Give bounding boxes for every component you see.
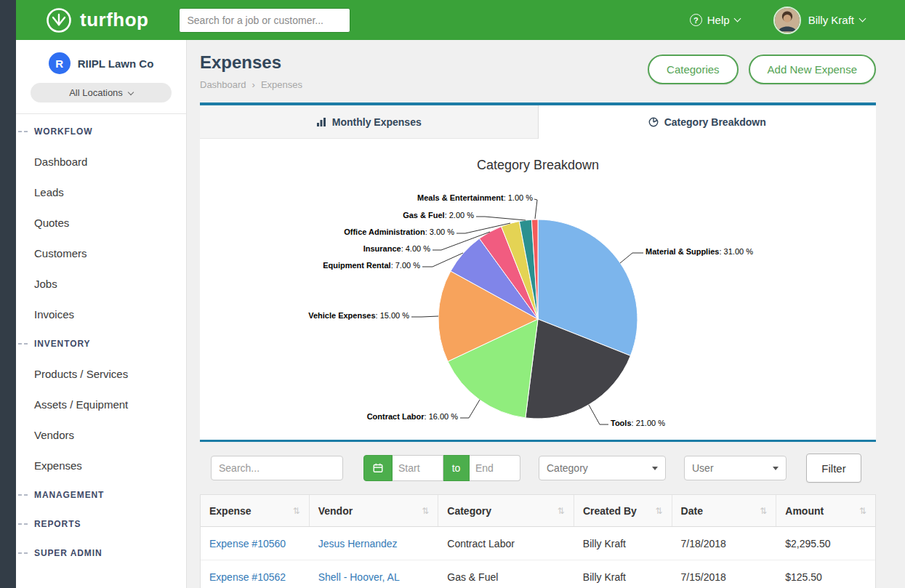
turfhop-logo[interactable]: turfhop xyxy=(45,7,148,34)
company-header[interactable]: R RIIPL Lawn Co xyxy=(16,40,186,83)
category-cell: Contract Labor xyxy=(438,527,574,560)
user-select-value: User xyxy=(692,462,714,474)
pie-label-value: : 3.00 % xyxy=(425,227,454,236)
bar-chart-icon xyxy=(316,117,326,127)
date-end-input[interactable] xyxy=(470,455,520,481)
main-content: Expenses Dashboard › Expenses Categories… xyxy=(187,40,905,588)
sidebar-item-leads[interactable]: Leads xyxy=(16,177,186,207)
sidebar-section-inventory[interactable]: INVENTORY xyxy=(16,329,186,358)
sort-icon[interactable]: ⇅ xyxy=(760,506,767,516)
help-menu[interactable]: ? Help xyxy=(690,14,740,26)
tab-label: Monthly Expenses xyxy=(332,116,422,128)
section-dash-icon xyxy=(18,494,30,496)
pie-chart-icon xyxy=(648,117,659,127)
pie-label-name: Tools xyxy=(611,419,632,427)
location-selector[interactable]: All Locations xyxy=(31,83,172,102)
sidebar-nav: WORKFLOW Dashboard Leads Quotes Customer… xyxy=(16,114,186,568)
vendor-link[interactable]: Jesus Hernandez xyxy=(318,538,398,549)
sidebar-section-management[interactable]: MANAGEMENT xyxy=(16,480,186,510)
pie-label-contract-labor: Contract Labor: 16.00 % xyxy=(367,412,458,421)
amount-cell: $2,295.50 xyxy=(776,527,875,560)
breadcrumb: Dashboard › Expenses xyxy=(200,79,302,90)
sort-icon[interactable]: ⇅ xyxy=(859,506,866,516)
column-header-amount[interactable]: Amount⇅ xyxy=(776,495,875,526)
sidebar-item-dashboard[interactable]: Dashboard xyxy=(16,146,186,177)
sidebar-item-products-services[interactable]: Products / Services xyxy=(16,358,186,389)
column-label: Date xyxy=(681,505,703,517)
sidebar-section-workflow[interactable]: WORKFLOW xyxy=(16,117,186,146)
expense-link[interactable]: Expense #10560 xyxy=(209,538,286,549)
user-avatar[interactable] xyxy=(773,7,801,34)
table-row: Expense #10562 Shell - Hoover, AL Gas & … xyxy=(201,560,875,588)
help-icon: ? xyxy=(690,14,702,26)
pie-label-vehicle-expenses: Vehicle Expenses: 15.00 % xyxy=(308,311,409,320)
category-select[interactable]: Category xyxy=(539,456,666,480)
expenses-table: Expense⇅ Vendor⇅ Category⇅ Created By⇅ D… xyxy=(200,494,876,588)
pie-label-name: Vehicle Expenses xyxy=(308,311,375,320)
pie-label-gas-fuel: Gas & Fuel: 2.00 % xyxy=(403,211,474,220)
left-edge-strip xyxy=(0,0,16,588)
filter-button[interactable]: Filter xyxy=(806,454,861,483)
date-cell: 7/18/2018 xyxy=(672,527,777,560)
column-header-vendor[interactable]: Vendor⇅ xyxy=(310,495,439,526)
section-label: REPORTS xyxy=(34,519,81,529)
pie-label-name: Meals & Entertainment xyxy=(417,193,504,202)
section-dash-icon xyxy=(18,131,30,132)
pie-label-value: : 15.00 % xyxy=(376,311,409,320)
column-header-expense[interactable]: Expense⇅ xyxy=(201,495,310,526)
topbar-right: ? Help Billy Kraft xyxy=(690,7,865,34)
pie-label-value: : 16.00 % xyxy=(425,412,458,421)
column-header-category[interactable]: Category⇅ xyxy=(438,495,574,526)
sort-icon[interactable]: ⇅ xyxy=(558,506,565,516)
date-range-picker: to xyxy=(363,455,520,481)
sidebar: R RIIPL Lawn Co All Locations WORKFLOW D… xyxy=(16,40,187,588)
sidebar-section-super-admin[interactable]: SUPER ADMIN xyxy=(16,539,186,568)
sidebar-item-quotes[interactable]: Quotes xyxy=(16,207,186,238)
pie-label-material-supplies: Material & Supplies: 31.00 % xyxy=(645,247,753,256)
sidebar-section-reports[interactable]: REPORTS xyxy=(16,510,186,539)
sidebar-item-assets-equipment[interactable]: Assets / Equipment xyxy=(16,389,186,419)
column-header-created-by[interactable]: Created By⇅ xyxy=(574,495,672,526)
pie-label-office-administration: Office Administration: 3.00 % xyxy=(344,227,454,236)
turfhop-logo-icon xyxy=(45,7,73,34)
tab-label: Category Breakdown xyxy=(664,116,766,128)
table-search-input[interactable] xyxy=(211,456,343,480)
breadcrumb-expenses: Expenses xyxy=(261,79,302,90)
tab-category-breakdown[interactable]: Category Breakdown xyxy=(539,105,877,139)
column-label: Vendor xyxy=(318,505,353,517)
sort-icon[interactable]: ⇅ xyxy=(422,506,429,516)
user-select[interactable]: User xyxy=(684,456,787,480)
date-start-input[interactable] xyxy=(393,455,443,481)
calendar-button[interactable] xyxy=(363,455,393,481)
vendor-link[interactable]: Shell - Hoover, AL xyxy=(318,571,400,583)
global-search-input[interactable] xyxy=(179,8,350,33)
section-dash-icon xyxy=(18,523,30,525)
page-actions: Categories Add New Expense xyxy=(648,55,876,84)
tab-monthly-expenses[interactable]: Monthly Expenses xyxy=(200,105,539,139)
user-menu[interactable]: Billy Kraft xyxy=(808,14,865,26)
section-dash-icon xyxy=(18,343,30,345)
pie-label-name: Equipment Rental xyxy=(323,261,391,270)
sidebar-item-customers[interactable]: Customers xyxy=(16,238,186,268)
sidebar-item-jobs[interactable]: Jobs xyxy=(16,268,186,299)
expense-link[interactable]: Expense #10562 xyxy=(209,571,286,583)
sidebar-item-vendors[interactable]: Vendors xyxy=(16,419,186,450)
sort-icon[interactable]: ⇅ xyxy=(293,506,300,516)
sort-icon[interactable]: ⇅ xyxy=(656,506,663,516)
sidebar-item-expenses[interactable]: Expenses xyxy=(16,450,186,480)
sidebar-item-invoices[interactable]: Invoices xyxy=(16,299,186,329)
pie-label-name: Material & Supplies xyxy=(645,247,719,256)
filter-bar: to Category User Filter xyxy=(200,454,876,483)
breadcrumb-dashboard[interactable]: Dashboard xyxy=(200,79,246,90)
company-name: RIIPL Lawn Co xyxy=(78,57,154,70)
user-name: Billy Kraft xyxy=(808,14,854,26)
column-header-date[interactable]: Date⇅ xyxy=(672,495,777,526)
section-dash-icon xyxy=(18,552,30,554)
categories-button[interactable]: Categories xyxy=(648,55,739,84)
amount-cell: $125.50 xyxy=(776,560,875,588)
pie-label-name: Gas & Fuel xyxy=(403,211,444,220)
pie-label-value: : 7.00 % xyxy=(391,261,420,270)
add-new-expense-button[interactable]: Add New Expense xyxy=(749,55,876,84)
section-label: INVENTORY xyxy=(34,339,90,349)
avatar-photo xyxy=(775,8,800,33)
